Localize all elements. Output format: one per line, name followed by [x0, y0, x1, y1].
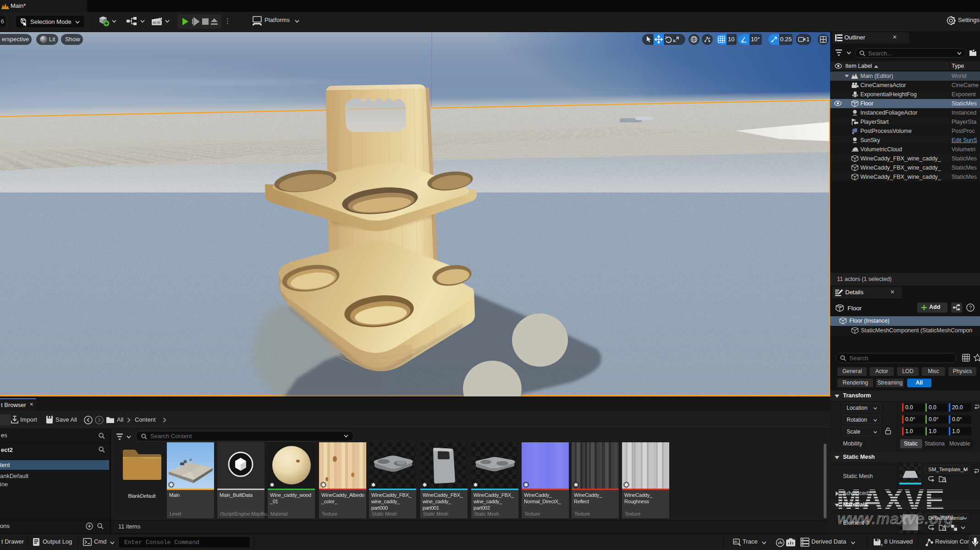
svg-text:✱: ✱ — [881, 543, 882, 547]
svg-text:?: ? — [969, 305, 972, 310]
